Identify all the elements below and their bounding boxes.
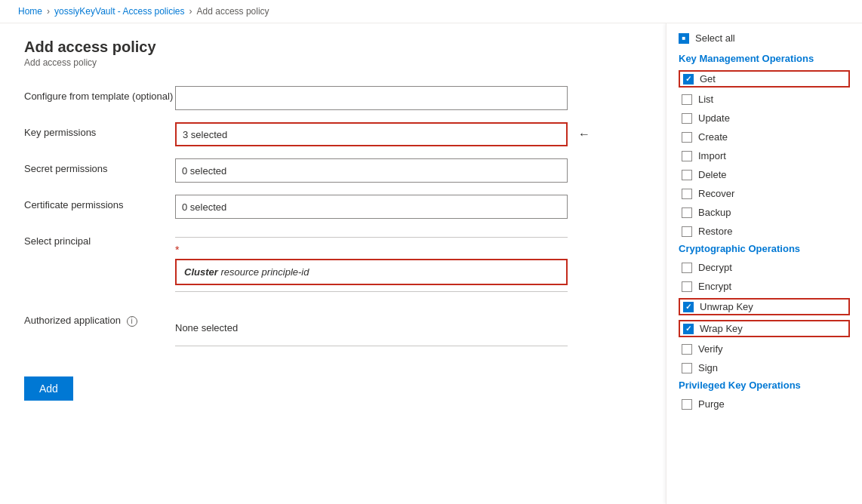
permission-label-wrap-key: Wrap Key <box>700 323 743 334</box>
permission-item-list: List <box>679 92 850 106</box>
principal-input[interactable]: Cluster resource principle-id <box>175 259 568 285</box>
permission-label-restore: Restore <box>698 226 733 237</box>
permission-label-create: Create <box>698 131 728 143</box>
checkbox-restore[interactable] <box>682 226 692 237</box>
permission-item-verify: Verify <box>679 342 850 356</box>
privileged-header: Privileged Key Operations <box>679 380 850 391</box>
permission-item-update: Update <box>679 111 850 125</box>
permission-item-restore: Restore <box>679 224 850 238</box>
principle-text: resource principle-id <box>220 266 309 278</box>
secret-permissions-field-wrapper: 0 selected <box>175 158 568 183</box>
configure-label: Configure from template (optional) <box>24 86 175 102</box>
checkbox-sign[interactable] <box>682 363 692 373</box>
page-title: Add access policy <box>24 38 642 56</box>
privileged-permissions: Purge <box>679 397 850 411</box>
secret-permissions-dropdown[interactable]: 0 selected <box>175 158 568 183</box>
checkbox-list[interactable] <box>682 94 692 105</box>
permission-label-encrypt: Encrypt <box>698 281 731 292</box>
configure-input[interactable] <box>175 86 568 110</box>
key-management-header: Key Management Operations <box>679 53 850 64</box>
principal-divider-bottom <box>175 291 568 292</box>
certificate-permissions-field-wrapper: 0 selected <box>175 195 568 219</box>
checkbox-wrap-key[interactable] <box>683 324 694 334</box>
permission-item-import: Import <box>679 149 850 163</box>
checkbox-update[interactable] <box>682 113 692 124</box>
right-panel: Select all Key Management Operations Get… <box>666 23 862 504</box>
checkbox-unwrap-key[interactable] <box>683 302 694 312</box>
select-all-checkbox[interactable] <box>679 33 689 44</box>
permission-label-get: Get <box>700 73 716 85</box>
permission-label-backup: Backup <box>698 207 731 218</box>
permission-item-recover: Recover <box>679 186 850 201</box>
cryptographic-header: Cryptographic Operations <box>679 243 850 254</box>
select-principal-row: Select principal * Cluster resource prin… <box>24 231 642 298</box>
key-permissions-dropdown[interactable]: 3 selected <box>175 122 568 146</box>
permission-item-sign: Sign <box>679 361 850 375</box>
checkbox-verify[interactable] <box>682 344 692 355</box>
key-permissions-value: 3 selected <box>183 129 227 140</box>
permission-item-get: Get <box>679 70 850 88</box>
page-subtitle: Add access policy <box>24 57 642 68</box>
principal-divider-top <box>175 237 568 238</box>
breadcrumb-current: Add access policy <box>197 6 269 17</box>
permission-label-import: Import <box>698 150 726 161</box>
secret-permissions-value: 0 selected <box>182 165 226 177</box>
secret-permissions-row: Secret permissions 0 selected <box>24 158 642 183</box>
breadcrumb-sep-2: › <box>189 6 192 17</box>
permission-label-delete: Delete <box>698 169 727 180</box>
breadcrumb-vault[interactable]: yossiyKeyVault - Access policies <box>54 6 185 17</box>
checkbox-get[interactable] <box>683 74 694 85</box>
select-all-label: Select all <box>695 32 735 44</box>
checkbox-delete[interactable] <box>682 170 692 180</box>
permission-item-delete: Delete <box>679 167 850 182</box>
checkbox-recover[interactable] <box>682 189 692 199</box>
certificate-permissions-row: Certificate permissions 0 selected <box>24 195 642 219</box>
principal-wrapper: * Cluster resource principle-id <box>175 231 568 298</box>
breadcrumb: Home › yossiyKeyVault - Access policies … <box>0 0 862 23</box>
key-permissions-field-wrapper: 3 selected ← <box>175 122 568 146</box>
breadcrumb-sep-1: › <box>47 6 50 17</box>
authorized-app-row: Authorized application i None selected <box>24 310 642 352</box>
checkbox-backup[interactable] <box>682 207 692 218</box>
page-wrapper: Home › yossiyKeyVault - Access policies … <box>0 0 862 504</box>
authorized-app-label: Authorized application <box>24 315 121 326</box>
cryptographic-permissions: DecryptEncryptUnwrap KeyWrap KeyVerifySi… <box>679 260 850 375</box>
permission-label-decrypt: Decrypt <box>698 262 732 273</box>
required-star: * <box>175 244 568 256</box>
permission-label-purge: Purge <box>698 398 725 410</box>
certificate-permissions-label: Certificate permissions <box>24 195 175 211</box>
certificate-permissions-value: 0 selected <box>182 201 226 213</box>
select-all-row: Select all <box>679 32 850 44</box>
authorized-divider <box>175 346 568 346</box>
checkbox-import[interactable] <box>682 151 692 161</box>
key-permissions-label: Key permissions <box>24 122 175 138</box>
permission-item-wrap-key: Wrap Key <box>679 320 850 337</box>
permission-label-sign: Sign <box>698 362 718 373</box>
main-content: Add access policy Add access policy Conf… <box>0 23 862 504</box>
permission-item-encrypt: Encrypt <box>679 279 850 293</box>
certificate-permissions-dropdown[interactable]: 0 selected <box>175 195 568 219</box>
checkbox-decrypt[interactable] <box>682 263 692 273</box>
checkbox-create[interactable] <box>682 132 692 143</box>
checkbox-encrypt[interactable] <box>682 281 692 292</box>
permission-item-backup: Backup <box>679 205 850 220</box>
permission-label-recover: Recover <box>698 188 734 199</box>
checkbox-purge[interactable] <box>682 399 692 410</box>
permission-item-create: Create <box>679 130 850 144</box>
secret-permissions-label: Secret permissions <box>24 158 175 174</box>
configure-field <box>175 86 568 110</box>
permission-item-decrypt: Decrypt <box>679 260 850 275</box>
cluster-text: Cluster <box>184 266 218 278</box>
key-management-permissions: GetListUpdateCreateImportDeleteRecoverBa… <box>679 70 850 238</box>
authorized-app-label-wrapper: Authorized application i <box>24 310 175 327</box>
left-panel: Add access policy Add access policy Conf… <box>0 23 666 504</box>
configure-row: Configure from template (optional) <box>24 86 642 110</box>
breadcrumb-home[interactable]: Home <box>18 6 42 17</box>
permission-label-verify: Verify <box>698 343 723 355</box>
key-permissions-row: Key permissions 3 selected ← <box>24 122 642 146</box>
info-icon[interactable]: i <box>127 316 137 327</box>
add-button[interactable]: Add <box>24 376 73 401</box>
permission-label-update: Update <box>698 112 730 124</box>
arrow-icon: ← <box>578 128 590 141</box>
permission-label-list: List <box>698 94 713 105</box>
